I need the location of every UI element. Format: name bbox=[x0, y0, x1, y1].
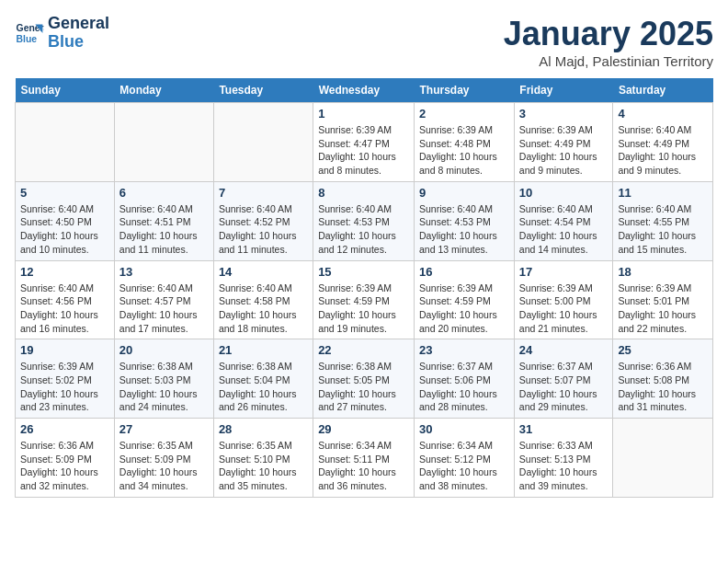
day-info: Sunrise: 6:36 AM Sunset: 5:08 PM Dayligh… bbox=[618, 360, 708, 414]
day-info: Sunrise: 6:33 AM Sunset: 5:13 PM Dayligh… bbox=[519, 439, 609, 493]
week-row-2: 12Sunrise: 6:40 AM Sunset: 4:56 PM Dayli… bbox=[16, 260, 713, 339]
logo: General Blue General Blue bbox=[15, 15, 109, 52]
calendar-cell: 21Sunrise: 6:38 AM Sunset: 5:04 PM Dayli… bbox=[213, 339, 313, 419]
calendar-cell: 25Sunrise: 6:36 AM Sunset: 5:08 PM Dayli… bbox=[613, 339, 713, 419]
day-info: Sunrise: 6:39 AM Sunset: 5:02 PM Dayligh… bbox=[20, 360, 109, 414]
day-number: 7 bbox=[219, 186, 308, 200]
day-number: 28 bbox=[219, 422, 308, 436]
svg-text:Blue: Blue bbox=[17, 33, 38, 43]
logo-icon: General Blue bbox=[15, 18, 44, 48]
day-number: 19 bbox=[20, 343, 109, 357]
day-number: 21 bbox=[219, 343, 308, 357]
day-number: 18 bbox=[618, 265, 708, 279]
day-info: Sunrise: 6:34 AM Sunset: 5:12 PM Dayligh… bbox=[419, 439, 509, 493]
day-number: 22 bbox=[318, 343, 409, 357]
day-number: 30 bbox=[419, 422, 509, 436]
weekday-header-sunday: Sunday bbox=[16, 78, 115, 103]
calendar-cell: 2Sunrise: 6:39 AM Sunset: 4:48 PM Daylig… bbox=[415, 103, 515, 182]
day-info: Sunrise: 6:38 AM Sunset: 5:04 PM Dayligh… bbox=[219, 360, 308, 414]
day-number: 16 bbox=[419, 265, 509, 279]
calendar-cell: 1Sunrise: 6:39 AM Sunset: 4:47 PM Daylig… bbox=[313, 103, 415, 182]
day-info: Sunrise: 6:39 AM Sunset: 5:01 PM Dayligh… bbox=[618, 282, 708, 336]
calendar-cell bbox=[213, 103, 313, 182]
calendar-cell: 30Sunrise: 6:34 AM Sunset: 5:12 PM Dayli… bbox=[415, 419, 515, 498]
day-info: Sunrise: 6:40 AM Sunset: 4:56 PM Dayligh… bbox=[20, 282, 109, 336]
day-number: 15 bbox=[318, 265, 409, 279]
calendar-cell: 14Sunrise: 6:40 AM Sunset: 4:58 PM Dayli… bbox=[213, 260, 313, 339]
calendar-cell: 11Sunrise: 6:40 AM Sunset: 4:55 PM Dayli… bbox=[613, 181, 713, 260]
day-number: 23 bbox=[419, 343, 509, 357]
day-number: 1 bbox=[318, 107, 409, 121]
day-info: Sunrise: 6:40 AM Sunset: 4:50 PM Dayligh… bbox=[20, 202, 109, 257]
day-info: Sunrise: 6:37 AM Sunset: 5:07 PM Dayligh… bbox=[519, 360, 609, 414]
calendar-cell: 17Sunrise: 6:39 AM Sunset: 5:00 PM Dayli… bbox=[514, 260, 613, 339]
day-info: Sunrise: 6:39 AM Sunset: 5:00 PM Dayligh… bbox=[519, 282, 609, 336]
day-info: Sunrise: 6:40 AM Sunset: 4:51 PM Dayligh… bbox=[119, 202, 209, 257]
calendar-table: SundayMondayTuesdayWednesdayThursdayFrid… bbox=[15, 78, 713, 498]
day-number: 4 bbox=[618, 107, 708, 121]
day-info: Sunrise: 6:40 AM Sunset: 4:58 PM Dayligh… bbox=[219, 282, 308, 336]
day-info: Sunrise: 6:39 AM Sunset: 4:59 PM Dayligh… bbox=[419, 282, 509, 336]
calendar-cell bbox=[16, 103, 115, 182]
calendar-title: January 2025 bbox=[504, 15, 713, 53]
day-info: Sunrise: 6:38 AM Sunset: 5:05 PM Dayligh… bbox=[318, 360, 409, 414]
calendar-cell: 28Sunrise: 6:35 AM Sunset: 5:10 PM Dayli… bbox=[213, 419, 313, 498]
day-number: 29 bbox=[318, 422, 409, 436]
day-info: Sunrise: 6:40 AM Sunset: 4:57 PM Dayligh… bbox=[119, 282, 209, 336]
calendar-cell: 10Sunrise: 6:40 AM Sunset: 4:54 PM Dayli… bbox=[514, 181, 613, 260]
week-row-4: 26Sunrise: 6:36 AM Sunset: 5:09 PM Dayli… bbox=[16, 419, 713, 498]
calendar-cell: 3Sunrise: 6:39 AM Sunset: 4:49 PM Daylig… bbox=[514, 103, 613, 182]
day-number: 8 bbox=[318, 186, 409, 200]
calendar-subtitle: Al Majd, Palestinian Territory bbox=[504, 53, 713, 69]
day-info: Sunrise: 6:39 AM Sunset: 4:49 PM Dayligh… bbox=[519, 123, 609, 178]
day-info: Sunrise: 6:40 AM Sunset: 4:53 PM Dayligh… bbox=[419, 202, 509, 257]
day-number: 2 bbox=[419, 107, 509, 121]
calendar-cell: 27Sunrise: 6:35 AM Sunset: 5:09 PM Dayli… bbox=[114, 419, 213, 498]
day-number: 13 bbox=[119, 265, 209, 279]
day-number: 27 bbox=[119, 422, 209, 436]
week-row-1: 5Sunrise: 6:40 AM Sunset: 4:50 PM Daylig… bbox=[16, 181, 713, 260]
day-number: 9 bbox=[419, 186, 509, 200]
weekday-header-saturday: Saturday bbox=[613, 78, 713, 103]
calendar-cell: 18Sunrise: 6:39 AM Sunset: 5:01 PM Dayli… bbox=[613, 260, 713, 339]
calendar-cell: 6Sunrise: 6:40 AM Sunset: 4:51 PM Daylig… bbox=[114, 181, 213, 260]
logo-text-general: General bbox=[48, 15, 109, 33]
calendar-cell bbox=[114, 103, 213, 182]
calendar-cell: 31Sunrise: 6:33 AM Sunset: 5:13 PM Dayli… bbox=[514, 419, 613, 498]
page-header: General Blue General Blue January 2025 A… bbox=[15, 15, 713, 69]
day-info: Sunrise: 6:40 AM Sunset: 4:53 PM Dayligh… bbox=[318, 202, 409, 257]
calendar-cell: 12Sunrise: 6:40 AM Sunset: 4:56 PM Dayli… bbox=[16, 260, 115, 339]
weekday-header-row: SundayMondayTuesdayWednesdayThursdayFrid… bbox=[16, 78, 713, 103]
day-info: Sunrise: 6:39 AM Sunset: 4:59 PM Dayligh… bbox=[318, 282, 409, 336]
day-number: 5 bbox=[20, 186, 109, 200]
day-number: 12 bbox=[20, 265, 109, 279]
day-info: Sunrise: 6:39 AM Sunset: 4:48 PM Dayligh… bbox=[419, 123, 509, 178]
weekday-header-wednesday: Wednesday bbox=[313, 78, 415, 103]
calendar-cell: 29Sunrise: 6:34 AM Sunset: 5:11 PM Dayli… bbox=[313, 419, 415, 498]
logo-text-blue: Blue bbox=[48, 33, 109, 52]
week-row-0: 1Sunrise: 6:39 AM Sunset: 4:47 PM Daylig… bbox=[16, 103, 713, 182]
day-info: Sunrise: 6:40 AM Sunset: 4:54 PM Dayligh… bbox=[519, 202, 609, 257]
calendar-cell: 7Sunrise: 6:40 AM Sunset: 4:52 PM Daylig… bbox=[213, 181, 313, 260]
day-number: 26 bbox=[20, 422, 109, 436]
day-number: 20 bbox=[119, 343, 209, 357]
calendar-cell: 23Sunrise: 6:37 AM Sunset: 5:06 PM Dayli… bbox=[415, 339, 515, 419]
calendar-cell: 5Sunrise: 6:40 AM Sunset: 4:50 PM Daylig… bbox=[16, 181, 115, 260]
weekday-header-tuesday: Tuesday bbox=[213, 78, 313, 103]
day-info: Sunrise: 6:37 AM Sunset: 5:06 PM Dayligh… bbox=[419, 360, 509, 414]
day-number: 11 bbox=[618, 186, 708, 200]
day-number: 24 bbox=[519, 343, 609, 357]
day-number: 10 bbox=[519, 186, 609, 200]
day-number: 6 bbox=[119, 186, 209, 200]
day-info: Sunrise: 6:39 AM Sunset: 4:47 PM Dayligh… bbox=[318, 123, 409, 178]
day-number: 25 bbox=[618, 343, 708, 357]
day-info: Sunrise: 6:35 AM Sunset: 5:10 PM Dayligh… bbox=[219, 439, 308, 493]
day-info: Sunrise: 6:40 AM Sunset: 4:55 PM Dayligh… bbox=[618, 202, 708, 257]
day-number: 3 bbox=[519, 107, 609, 121]
calendar-cell: 22Sunrise: 6:38 AM Sunset: 5:05 PM Dayli… bbox=[313, 339, 415, 419]
day-number: 17 bbox=[519, 265, 609, 279]
day-info: Sunrise: 6:40 AM Sunset: 4:49 PM Dayligh… bbox=[618, 123, 708, 178]
calendar-cell: 13Sunrise: 6:40 AM Sunset: 4:57 PM Dayli… bbox=[114, 260, 213, 339]
calendar-cell: 15Sunrise: 6:39 AM Sunset: 4:59 PM Dayli… bbox=[313, 260, 415, 339]
day-info: Sunrise: 6:35 AM Sunset: 5:09 PM Dayligh… bbox=[119, 439, 209, 493]
